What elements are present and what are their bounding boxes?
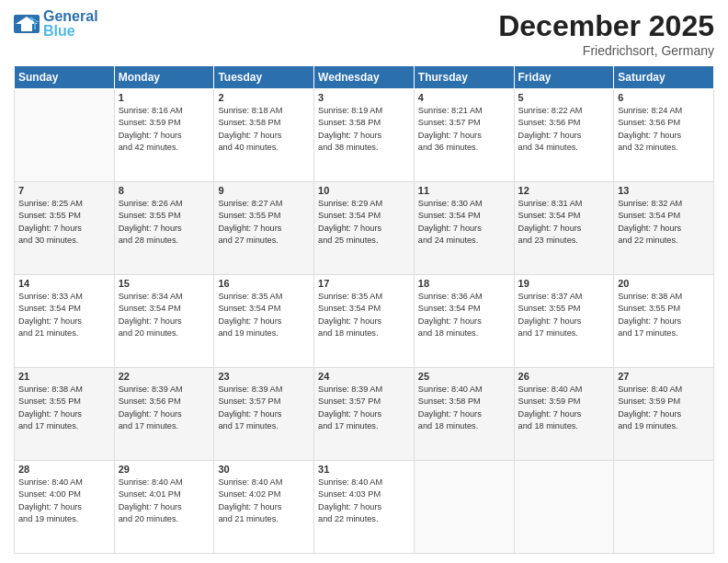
calendar: SundayMondayTuesdayWednesdayThursdayFrid…	[14, 65, 714, 554]
day-number: 17	[318, 278, 410, 289]
calendar-cell: 4Sunrise: 8:21 AMSunset: 3:57 PMDaylight…	[414, 89, 514, 182]
calendar-cell: 23Sunrise: 8:39 AMSunset: 3:57 PMDayligh…	[214, 368, 314, 461]
calendar-cell: 13Sunrise: 8:32 AMSunset: 3:54 PMDayligh…	[614, 182, 714, 275]
calendar-cell: 24Sunrise: 8:39 AMSunset: 3:57 PMDayligh…	[314, 368, 415, 461]
weekday-header-friday: Friday	[514, 66, 614, 89]
day-number: 10	[318, 185, 410, 196]
title-area: December 2025 Friedrichsort, Germany	[498, 9, 714, 58]
day-info: Sunrise: 8:18 AMSunset: 3:58 PMDaylight:…	[218, 105, 310, 154]
day-number: 30	[218, 464, 310, 475]
calendar-cell: 26Sunrise: 8:40 AMSunset: 3:59 PMDayligh…	[514, 368, 614, 461]
week-row: 21Sunrise: 8:38 AMSunset: 3:55 PMDayligh…	[15, 368, 714, 461]
day-number: 19	[518, 278, 610, 289]
calendar-cell: 30Sunrise: 8:40 AMSunset: 4:02 PMDayligh…	[214, 461, 314, 554]
day-info: Sunrise: 8:39 AMSunset: 3:56 PMDaylight:…	[119, 384, 210, 432]
day-info: Sunrise: 8:37 AMSunset: 3:55 PMDaylight:…	[518, 291, 610, 339]
day-number: 23	[218, 371, 310, 382]
day-number: 1	[119, 92, 210, 103]
day-number: 12	[518, 185, 610, 196]
day-info: Sunrise: 8:32 AMSunset: 3:54 PMDaylight:…	[618, 198, 710, 247]
day-info: Sunrise: 8:33 AMSunset: 3:54 PMDaylight:…	[18, 291, 110, 339]
day-info: Sunrise: 8:38 AMSunset: 3:55 PMDaylight:…	[18, 384, 110, 432]
calendar-cell: 12Sunrise: 8:31 AMSunset: 3:54 PMDayligh…	[514, 182, 614, 275]
day-info: Sunrise: 8:39 AMSunset: 3:57 PMDaylight:…	[318, 384, 410, 432]
calendar-cell: 27Sunrise: 8:40 AMSunset: 3:59 PMDayligh…	[614, 368, 714, 461]
day-info: Sunrise: 8:26 AMSunset: 3:55 PMDaylight:…	[119, 198, 210, 247]
day-number: 22	[119, 371, 210, 382]
calendar-cell: 28Sunrise: 8:40 AMSunset: 4:00 PMDayligh…	[15, 461, 115, 554]
day-info: Sunrise: 8:22 AMSunset: 3:56 PMDaylight:…	[518, 105, 610, 154]
day-number: 7	[18, 185, 110, 196]
calendar-cell: 5Sunrise: 8:22 AMSunset: 3:56 PMDaylight…	[514, 89, 614, 182]
weekday-header-thursday: Thursday	[414, 66, 514, 89]
day-number: 16	[218, 278, 310, 289]
day-info: Sunrise: 8:38 AMSunset: 3:55 PMDaylight:…	[618, 291, 710, 339]
day-number: 5	[518, 92, 610, 103]
calendar-cell: 7Sunrise: 8:25 AMSunset: 3:55 PMDaylight…	[15, 182, 115, 275]
day-info: Sunrise: 8:34 AMSunset: 3:54 PMDaylight:…	[119, 291, 210, 339]
day-info: Sunrise: 8:16 AMSunset: 3:59 PMDaylight:…	[119, 105, 210, 154]
day-number: 14	[18, 278, 110, 289]
day-info: Sunrise: 8:40 AMSunset: 4:00 PMDaylight:…	[18, 477, 110, 525]
day-info: Sunrise: 8:19 AMSunset: 3:58 PMDaylight:…	[318, 105, 410, 154]
day-info: Sunrise: 8:40 AMSunset: 4:01 PMDaylight:…	[119, 477, 210, 525]
calendar-cell: 18Sunrise: 8:36 AMSunset: 3:54 PMDayligh…	[414, 275, 514, 368]
calendar-cell: 31Sunrise: 8:40 AMSunset: 4:03 PMDayligh…	[314, 461, 415, 554]
week-row: 14Sunrise: 8:33 AMSunset: 3:54 PMDayligh…	[15, 275, 714, 368]
day-number: 4	[418, 92, 510, 103]
calendar-cell: 14Sunrise: 8:33 AMSunset: 3:54 PMDayligh…	[15, 275, 115, 368]
day-number: 28	[18, 464, 110, 475]
calendar-cell: 15Sunrise: 8:34 AMSunset: 3:54 PMDayligh…	[114, 275, 214, 368]
calendar-cell: 10Sunrise: 8:29 AMSunset: 3:54 PMDayligh…	[314, 182, 415, 275]
calendar-cell: 17Sunrise: 8:35 AMSunset: 3:54 PMDayligh…	[314, 275, 415, 368]
day-info: Sunrise: 8:35 AMSunset: 3:54 PMDaylight:…	[318, 291, 410, 339]
weekday-header-wednesday: Wednesday	[314, 66, 415, 89]
header: General Blue December 2025 Friedrichsort…	[14, 9, 714, 58]
day-info: Sunrise: 8:25 AMSunset: 3:55 PMDaylight:…	[18, 198, 110, 247]
day-number: 15	[119, 278, 210, 289]
day-number: 29	[119, 464, 210, 475]
day-info: Sunrise: 8:35 AMSunset: 3:54 PMDaylight:…	[218, 291, 310, 339]
day-info: Sunrise: 8:24 AMSunset: 3:56 PMDaylight:…	[618, 105, 710, 154]
logo-icon	[14, 15, 40, 33]
day-number: 3	[318, 92, 410, 103]
page: General Blue December 2025 Friedrichsort…	[0, 0, 728, 563]
week-row: 28Sunrise: 8:40 AMSunset: 4:00 PMDayligh…	[15, 461, 714, 554]
day-number: 2	[218, 92, 310, 103]
weekday-header-saturday: Saturday	[614, 66, 714, 89]
day-number: 27	[618, 371, 710, 382]
day-number: 26	[518, 371, 610, 382]
weekday-header-monday: Monday	[114, 66, 214, 89]
day-number: 25	[418, 371, 510, 382]
day-number: 20	[618, 278, 710, 289]
day-info: Sunrise: 8:39 AMSunset: 3:57 PMDaylight:…	[218, 384, 310, 432]
day-number: 8	[119, 185, 210, 196]
calendar-cell: 3Sunrise: 8:19 AMSunset: 3:58 PMDaylight…	[314, 89, 415, 182]
logo: General Blue	[14, 9, 98, 39]
calendar-cell: 25Sunrise: 8:40 AMSunset: 3:58 PMDayligh…	[414, 368, 514, 461]
day-number: 18	[418, 278, 510, 289]
calendar-cell: 11Sunrise: 8:30 AMSunset: 3:54 PMDayligh…	[414, 182, 514, 275]
day-info: Sunrise: 8:40 AMSunset: 3:58 PMDaylight:…	[418, 384, 510, 432]
day-number: 6	[618, 92, 710, 103]
day-info: Sunrise: 8:40 AMSunset: 3:59 PMDaylight:…	[618, 384, 710, 432]
calendar-cell: 8Sunrise: 8:26 AMSunset: 3:55 PMDaylight…	[114, 182, 214, 275]
calendar-cell	[414, 461, 514, 554]
calendar-cell: 19Sunrise: 8:37 AMSunset: 3:55 PMDayligh…	[514, 275, 614, 368]
calendar-cell: 2Sunrise: 8:18 AMSunset: 3:58 PMDaylight…	[214, 89, 314, 182]
calendar-cell: 29Sunrise: 8:40 AMSunset: 4:01 PMDayligh…	[114, 461, 214, 554]
calendar-body: 1Sunrise: 8:16 AMSunset: 3:59 PMDaylight…	[15, 89, 714, 554]
day-info: Sunrise: 8:31 AMSunset: 3:54 PMDaylight:…	[518, 198, 610, 247]
day-info: Sunrise: 8:21 AMSunset: 3:57 PMDaylight:…	[418, 105, 510, 154]
day-number: 31	[318, 464, 410, 475]
week-row: 1Sunrise: 8:16 AMSunset: 3:59 PMDaylight…	[15, 89, 714, 182]
calendar-cell: 1Sunrise: 8:16 AMSunset: 3:59 PMDaylight…	[114, 89, 214, 182]
day-info: Sunrise: 8:40 AMSunset: 3:59 PMDaylight:…	[518, 384, 610, 432]
logo-general: General	[43, 9, 98, 24]
day-number: 9	[218, 185, 310, 196]
calendar-cell: 22Sunrise: 8:39 AMSunset: 3:56 PMDayligh…	[114, 368, 214, 461]
day-number: 24	[318, 371, 410, 382]
day-number: 21	[18, 371, 110, 382]
calendar-cell: 16Sunrise: 8:35 AMSunset: 3:54 PMDayligh…	[214, 275, 314, 368]
day-info: Sunrise: 8:27 AMSunset: 3:55 PMDaylight:…	[218, 198, 310, 247]
